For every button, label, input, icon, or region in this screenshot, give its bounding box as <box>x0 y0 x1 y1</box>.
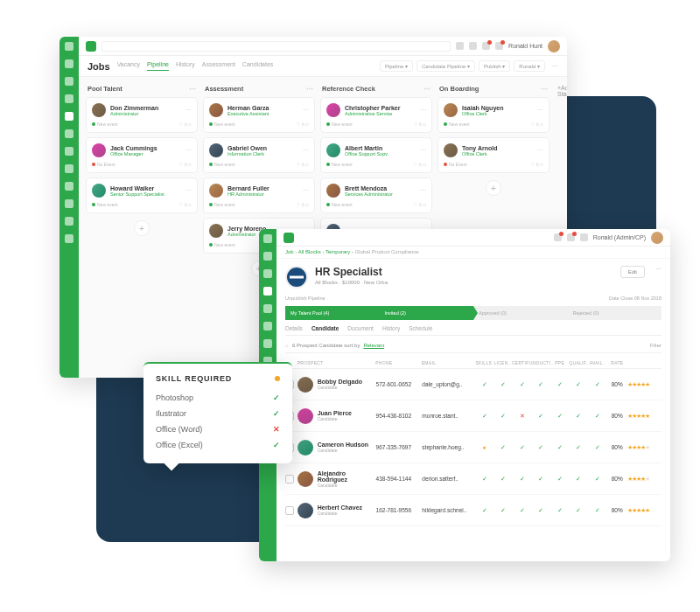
kanban-card[interactable]: Albert MartinOffice Support Supv.⋯New ev… <box>320 137 432 173</box>
kanban-card[interactable]: Brett MendozaServices Administrator⋯New … <box>320 177 432 213</box>
crumb[interactable]: Job <box>285 249 294 254</box>
nav-icon[interactable] <box>65 59 74 68</box>
unpub-link[interactable]: Unpublish Pipeline <box>285 296 326 301</box>
th[interactable]: EMAIL <box>422 360 474 365</box>
card-more-icon[interactable]: ⋯ <box>420 187 426 194</box>
column-more-icon[interactable]: ⋯ <box>189 85 196 93</box>
user-name[interactable]: Ronald Hunt <box>508 43 542 49</box>
search-input[interactable] <box>102 41 451 52</box>
tab-vacancy[interactable]: Vacancy <box>117 61 140 71</box>
kanban-card[interactable]: Isaiah NguyenOffice Clerk⋯New event♡ ⎘ ◇ <box>438 97 550 133</box>
tab-assessment[interactable]: Assessment <box>202 61 235 71</box>
cart-icon[interactable] <box>495 42 503 50</box>
th[interactable]: SKILLS <box>474 360 493 365</box>
nav-icon[interactable] <box>65 129 74 138</box>
column-more-icon[interactable]: ⋯ <box>424 85 430 93</box>
tab-candidate[interactable]: Candidate <box>312 325 339 331</box>
tab-pipeline[interactable]: Pipeline <box>147 61 169 71</box>
th[interactable]: INDUCTI.. <box>531 360 550 365</box>
th[interactable]: PROSPECT <box>298 360 376 365</box>
card-actions[interactable]: ♡ ⎘ ◇ <box>179 122 192 127</box>
table-row[interactable]: Bobby DelgadoCandidate572-601-0652dale_u… <box>285 369 662 400</box>
column-more-icon[interactable]: ⋯ <box>541 85 548 93</box>
tab-schedule[interactable]: Schedule <box>409 325 432 331</box>
card-actions[interactable]: ♡ ⎘ ◇ <box>297 162 309 167</box>
table-row[interactable]: Alejandro RodriguezCandidate438-594-1144… <box>285 463 662 495</box>
kanban-card[interactable]: Howard WalkerSenior Support Specialist⋯N… <box>86 177 198 213</box>
card-more-icon[interactable]: ⋯ <box>420 107 426 114</box>
card-more-icon[interactable]: ⋯ <box>303 107 309 114</box>
pipeline-step[interactable]: My Talent Pool (4) <box>285 306 380 320</box>
nav-icon[interactable] <box>65 94 74 103</box>
search-icon[interactable]: ⌕ <box>285 343 289 348</box>
mail-icon[interactable] <box>469 42 477 50</box>
nav-icon-active[interactable] <box>263 287 272 296</box>
checkbox[interactable] <box>285 475 298 483</box>
checkbox[interactable] <box>285 506 298 515</box>
card-actions[interactable]: ♡ ⎘ ◇ <box>414 162 426 167</box>
th[interactable]: PPE <box>550 360 569 365</box>
kanban-card[interactable]: Tony ArnoldOffice Clerk⋯No Event♡ ⎘ ◇ <box>438 137 550 173</box>
nav-icon[interactable] <box>263 269 272 278</box>
table-row[interactable]: Herbert ChavezCandidate162-781-9556hilde… <box>285 495 662 526</box>
kanban-card[interactable]: Herman GarzaExecutive Assistant⋯New even… <box>203 97 315 133</box>
kanban-card[interactable]: Jack CummingsOffice Manager⋯No Event♡ ⎘ … <box>86 137 198 173</box>
th[interactable]: RATE <box>607 360 627 365</box>
filter-pill[interactable]: Pipeline ▾ <box>380 60 413 72</box>
th[interactable]: QUALIF.. <box>569 360 588 365</box>
crumb[interactable]: All Blocks <box>298 249 321 254</box>
column-more-icon[interactable]: ⋯ <box>306 85 313 93</box>
breadcrumb[interactable]: Job › All Blocks › Temporary › Global Pr… <box>276 247 670 259</box>
card-more-icon[interactable]: ⋯ <box>186 107 192 114</box>
table-row[interactable]: Cameron HudsonCandidate967-335-7697steph… <box>285 432 662 463</box>
filter-pill[interactable]: Candidate Pipeline ▾ <box>416 60 475 72</box>
tab-document[interactable]: Document <box>347 325 374 331</box>
nav-icon[interactable] <box>65 234 74 243</box>
sort-link[interactable]: Relevant <box>363 343 384 348</box>
avatar[interactable] <box>548 40 560 52</box>
nav-icon[interactable] <box>65 182 74 191</box>
card-more-icon[interactable]: ⋯ <box>537 107 543 114</box>
tab-candidates[interactable]: Candidates <box>242 61 273 71</box>
th[interactable]: CERTIFI.. <box>512 360 531 365</box>
card-actions[interactable]: ♡ ⎘ ◇ <box>179 202 192 207</box>
card-actions[interactable]: ♡ ⎘ ◇ <box>531 162 543 167</box>
th[interactable]: AVAIL.. <box>588 360 606 365</box>
nav-icon[interactable] <box>65 42 74 51</box>
pipeline-step[interactable]: Approved (0) <box>473 306 568 320</box>
nav-icon[interactable] <box>263 339 272 348</box>
card-more-icon[interactable]: ⋯ <box>420 147 426 154</box>
card-actions[interactable]: ♡ ⎘ ◇ <box>297 202 309 207</box>
bell-icon[interactable] <box>554 233 562 241</box>
card-more-icon[interactable]: ⋯ <box>186 187 192 194</box>
kanban-card[interactable]: Gabriel OwenInformation Clerk⋯New event♡… <box>203 137 315 173</box>
nav-icon[interactable] <box>263 252 272 261</box>
table-row[interactable]: Juan PierceCandidate954-436-8102monroe.s… <box>285 400 662 432</box>
cart-icon[interactable] <box>567 233 575 241</box>
nav-icon[interactable] <box>65 164 74 173</box>
card-actions[interactable]: ♡ ⎘ ◇ <box>414 202 426 207</box>
nav-icon[interactable] <box>263 304 272 313</box>
edit-button[interactable]: Edit <box>620 266 645 278</box>
card-actions[interactable]: ♡ ⎘ ◇ <box>414 122 426 127</box>
card-more-icon[interactable]: ⋯ <box>186 147 192 154</box>
card-actions[interactable]: ♡ ⎘ ◇ <box>179 162 192 167</box>
kanban-card[interactable]: Christopher ParkerAdministrative Service… <box>320 97 432 133</box>
user-name[interactable]: Ronald (Admin/CP) <box>593 234 646 240</box>
nav-icon[interactable] <box>65 217 74 226</box>
nav-icon-active[interactable] <box>65 112 74 121</box>
add-card-button[interactable]: + <box>134 220 150 236</box>
nav-icon[interactable] <box>65 147 74 156</box>
help-icon[interactable] <box>580 233 588 241</box>
nav-icon[interactable] <box>65 77 74 86</box>
card-more-icon[interactable]: ⋯ <box>303 187 309 194</box>
pipeline-step[interactable]: Invited (2) <box>380 306 474 320</box>
filter-pill[interactable]: Ronald ▾ <box>514 60 545 72</box>
card-more-icon[interactable]: ⋯ <box>537 147 543 154</box>
crumb[interactable]: Temporary <box>326 249 350 254</box>
filter-pill[interactable]: Publish ▾ <box>479 60 510 72</box>
kanban-card[interactable]: Bernard FullerHR Administrator⋯New event… <box>203 177 315 213</box>
tab-history[interactable]: History <box>176 61 195 71</box>
help-icon[interactable] <box>456 42 464 50</box>
nav-icon[interactable] <box>65 199 74 208</box>
